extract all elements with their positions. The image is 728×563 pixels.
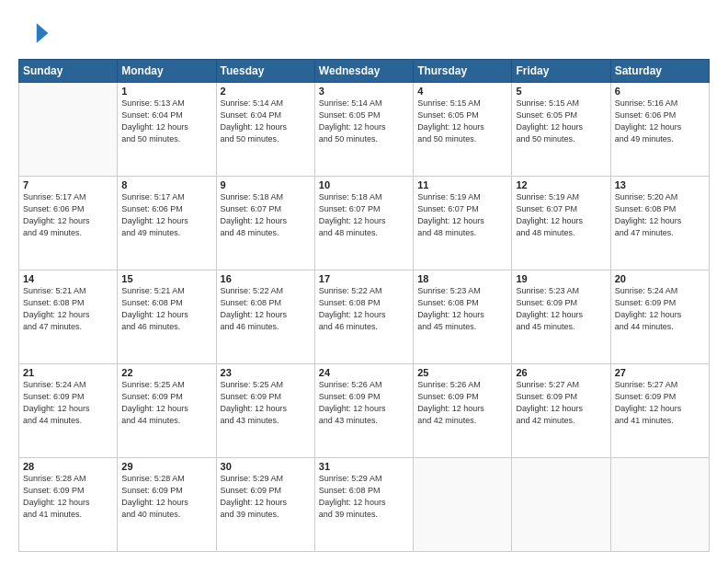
calendar-cell: 30Sunrise: 5:29 AM Sunset: 6:09 PM Dayli… — [216, 458, 314, 552]
calendar-cell: 6Sunrise: 5:16 AM Sunset: 6:06 PM Daylig… — [610, 83, 709, 177]
calendar-cell — [19, 83, 118, 177]
calendar-cell: 1Sunrise: 5:13 AM Sunset: 6:04 PM Daylig… — [118, 83, 216, 177]
day-number: 5 — [516, 86, 606, 97]
logo — [18, 17, 53, 50]
day-number: 11 — [417, 179, 507, 190]
calendar-day-header: Sunday — [19, 60, 118, 83]
day-info: Sunrise: 5:18 AM Sunset: 6:07 PM Dayligh… — [319, 191, 409, 239]
day-number: 9 — [221, 179, 311, 190]
day-info: Sunrise: 5:18 AM Sunset: 6:07 PM Dayligh… — [221, 191, 311, 239]
calendar-cell: 14Sunrise: 5:21 AM Sunset: 6:08 PM Dayli… — [19, 270, 118, 364]
day-number: 30 — [221, 461, 311, 472]
day-info: Sunrise: 5:22 AM Sunset: 6:08 PM Dayligh… — [221, 285, 311, 333]
day-number: 17 — [319, 273, 409, 284]
day-number: 2 — [221, 86, 311, 97]
calendar-cell: 29Sunrise: 5:28 AM Sunset: 6:09 PM Dayli… — [118, 458, 216, 552]
calendar-cell: 4Sunrise: 5:15 AM Sunset: 6:05 PM Daylig… — [414, 83, 512, 177]
day-number: 8 — [121, 179, 211, 190]
day-number: 13 — [615, 179, 705, 190]
calendar-cell: 12Sunrise: 5:19 AM Sunset: 6:07 PM Dayli… — [512, 177, 610, 270]
day-info: Sunrise: 5:25 AM Sunset: 6:09 PM Dayligh… — [221, 379, 311, 427]
svg-marker-0 — [37, 23, 49, 43]
calendar-day-header: Wednesday — [314, 60, 413, 83]
day-number: 6 — [615, 86, 705, 97]
calendar-header-row: SundayMondayTuesdayWednesdayThursdayFrid… — [19, 60, 710, 83]
day-info: Sunrise: 5:21 AM Sunset: 6:08 PM Dayligh… — [121, 285, 211, 333]
calendar-cell: 2Sunrise: 5:14 AM Sunset: 6:04 PM Daylig… — [216, 83, 314, 177]
calendar-cell: 28Sunrise: 5:28 AM Sunset: 6:09 PM Dayli… — [19, 458, 118, 552]
day-info: Sunrise: 5:29 AM Sunset: 6:08 PM Dayligh… — [319, 473, 409, 521]
day-info: Sunrise: 5:27 AM Sunset: 6:09 PM Dayligh… — [615, 379, 705, 427]
calendar-week-row: 21Sunrise: 5:24 AM Sunset: 6:09 PM Dayli… — [19, 364, 710, 458]
day-info: Sunrise: 5:28 AM Sunset: 6:09 PM Dayligh… — [121, 473, 211, 521]
page: SundayMondayTuesdayWednesdayThursdayFrid… — [0, 0, 728, 563]
calendar-cell: 19Sunrise: 5:23 AM Sunset: 6:09 PM Dayli… — [512, 270, 610, 364]
calendar-cell: 13Sunrise: 5:20 AM Sunset: 6:08 PM Dayli… — [610, 177, 709, 270]
calendar-cell: 15Sunrise: 5:21 AM Sunset: 6:08 PM Dayli… — [118, 270, 216, 364]
logo-icon — [18, 17, 51, 50]
day-info: Sunrise: 5:13 AM Sunset: 6:04 PM Dayligh… — [121, 98, 211, 145]
day-info: Sunrise: 5:22 AM Sunset: 6:08 PM Dayligh… — [319, 285, 409, 333]
calendar-cell: 5Sunrise: 5:15 AM Sunset: 6:05 PM Daylig… — [512, 83, 610, 177]
calendar-table: SundayMondayTuesdayWednesdayThursdayFrid… — [18, 59, 710, 552]
calendar-cell: 7Sunrise: 5:17 AM Sunset: 6:06 PM Daylig… — [19, 177, 118, 270]
calendar-cell: 27Sunrise: 5:27 AM Sunset: 6:09 PM Dayli… — [610, 364, 709, 458]
day-number: 12 — [516, 179, 606, 190]
day-info: Sunrise: 5:14 AM Sunset: 6:04 PM Dayligh… — [221, 98, 311, 145]
day-number: 29 — [121, 461, 211, 472]
calendar-cell: 17Sunrise: 5:22 AM Sunset: 6:08 PM Dayli… — [314, 270, 413, 364]
calendar-day-header: Saturday — [610, 60, 709, 83]
calendar-week-row: 1Sunrise: 5:13 AM Sunset: 6:04 PM Daylig… — [19, 83, 710, 177]
day-info: Sunrise: 5:17 AM Sunset: 6:06 PM Dayligh… — [23, 191, 113, 239]
calendar-cell: 11Sunrise: 5:19 AM Sunset: 6:07 PM Dayli… — [414, 177, 512, 270]
day-info: Sunrise: 5:19 AM Sunset: 6:07 PM Dayligh… — [516, 191, 606, 239]
day-number: 4 — [417, 86, 507, 97]
day-number: 7 — [23, 179, 113, 190]
day-info: Sunrise: 5:16 AM Sunset: 6:06 PM Dayligh… — [615, 98, 705, 145]
day-info: Sunrise: 5:23 AM Sunset: 6:09 PM Dayligh… — [516, 285, 606, 333]
calendar-week-row: 28Sunrise: 5:28 AM Sunset: 6:09 PM Dayli… — [19, 458, 710, 552]
day-number: 10 — [319, 179, 409, 190]
day-info: Sunrise: 5:15 AM Sunset: 6:05 PM Dayligh… — [417, 98, 507, 145]
calendar-cell: 3Sunrise: 5:14 AM Sunset: 6:05 PM Daylig… — [314, 83, 413, 177]
day-number: 1 — [121, 86, 211, 97]
day-number: 14 — [23, 273, 113, 284]
calendar-day-header: Monday — [118, 60, 216, 83]
day-number: 16 — [221, 273, 311, 284]
calendar-cell: 21Sunrise: 5:24 AM Sunset: 6:09 PM Dayli… — [19, 364, 118, 458]
calendar-cell — [610, 458, 709, 552]
calendar-cell: 18Sunrise: 5:23 AM Sunset: 6:08 PM Dayli… — [414, 270, 512, 364]
calendar-day-header: Friday — [512, 60, 610, 83]
day-number: 20 — [615, 273, 705, 284]
day-number: 15 — [121, 273, 211, 284]
day-number: 25 — [417, 367, 507, 378]
day-info: Sunrise: 5:24 AM Sunset: 6:09 PM Dayligh… — [23, 379, 113, 427]
day-info: Sunrise: 5:26 AM Sunset: 6:09 PM Dayligh… — [417, 379, 507, 427]
day-info: Sunrise: 5:25 AM Sunset: 6:09 PM Dayligh… — [121, 379, 211, 427]
day-number: 18 — [417, 273, 507, 284]
calendar-cell — [512, 458, 610, 552]
day-info: Sunrise: 5:15 AM Sunset: 6:05 PM Dayligh… — [516, 98, 606, 145]
day-number: 27 — [615, 367, 705, 378]
day-info: Sunrise: 5:20 AM Sunset: 6:08 PM Dayligh… — [615, 191, 705, 239]
calendar-cell: 8Sunrise: 5:17 AM Sunset: 6:06 PM Daylig… — [118, 177, 216, 270]
day-number: 26 — [516, 367, 606, 378]
day-info: Sunrise: 5:27 AM Sunset: 6:09 PM Dayligh… — [516, 379, 606, 427]
calendar-cell: 24Sunrise: 5:26 AM Sunset: 6:09 PM Dayli… — [314, 364, 413, 458]
day-number: 22 — [121, 367, 211, 378]
day-number: 28 — [23, 461, 113, 472]
day-number: 23 — [221, 367, 311, 378]
calendar-cell — [414, 458, 512, 552]
day-number: 19 — [516, 273, 606, 284]
calendar-cell: 26Sunrise: 5:27 AM Sunset: 6:09 PM Dayli… — [512, 364, 610, 458]
calendar-cell: 23Sunrise: 5:25 AM Sunset: 6:09 PM Dayli… — [216, 364, 314, 458]
calendar-cell: 10Sunrise: 5:18 AM Sunset: 6:07 PM Dayli… — [314, 177, 413, 270]
header — [18, 17, 710, 50]
calendar-week-row: 14Sunrise: 5:21 AM Sunset: 6:08 PM Dayli… — [19, 270, 710, 364]
calendar-cell: 16Sunrise: 5:22 AM Sunset: 6:08 PM Dayli… — [216, 270, 314, 364]
day-number: 21 — [23, 367, 113, 378]
calendar-week-row: 7Sunrise: 5:17 AM Sunset: 6:06 PM Daylig… — [19, 177, 710, 270]
day-number: 31 — [319, 461, 409, 472]
day-number: 3 — [319, 86, 409, 97]
day-info: Sunrise: 5:14 AM Sunset: 6:05 PM Dayligh… — [319, 98, 409, 145]
